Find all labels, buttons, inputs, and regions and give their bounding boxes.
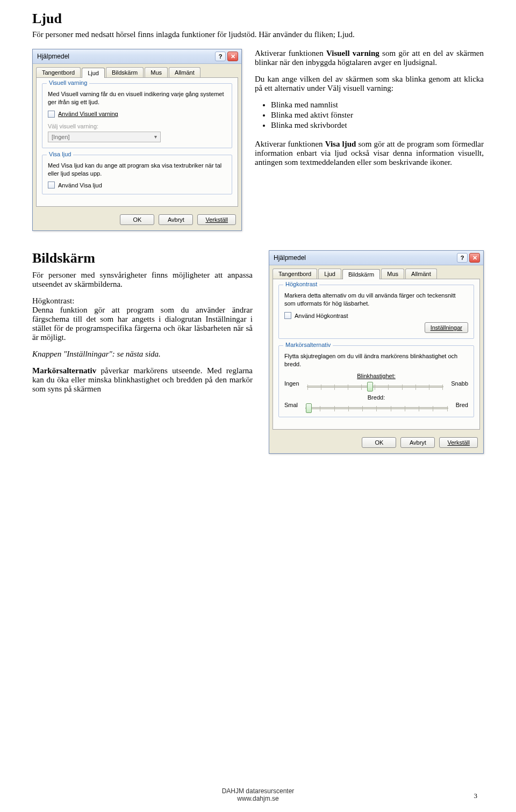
select-label: Välj visuell varning:: [48, 123, 226, 129]
group-visa-ljud: Visa ljud Med Visa ljud kan du ange att …: [42, 155, 232, 195]
tab-ljud[interactable]: Ljud: [318, 269, 341, 279]
slider-label: Blinkhastighet:: [357, 373, 396, 379]
checkbox-visa-ljud[interactable]: Använd Visa ljud: [48, 182, 226, 189]
group-markorsalternativ: Markörsalternativ Flytta skjutreglagen o…: [278, 345, 474, 417]
ok-button[interactable]: OK: [362, 437, 396, 448]
bullet-list: Blinka med namnlist Blinka med aktivt fö…: [271, 100, 484, 130]
para-bild-intro: För personer med synsvårigheter finns mö…: [32, 271, 253, 289]
cancel-button[interactable]: Avbryt: [159, 214, 193, 225]
titlebar[interactable]: Hjälpmedel ? ✕: [33, 49, 241, 64]
tab-tangentbord[interactable]: Tangentbord: [273, 269, 317, 279]
tab-bildskarm[interactable]: Bildskärm: [342, 269, 380, 279]
heading-bildskarm: Bildskärm: [32, 250, 253, 266]
checkbox-label: Använd Högkontrast: [295, 313, 348, 319]
settings-button[interactable]: Inställningar: [425, 322, 468, 333]
checkbox-icon[interactable]: [48, 111, 55, 118]
slider-max-label: Bred: [456, 402, 468, 411]
para-installningar-note: Knappen "Inställningar": se nästa sida.: [32, 350, 253, 359]
checkbox-icon[interactable]: [48, 182, 55, 189]
footer-line2: www.dahjm.se: [0, 795, 516, 802]
select-value: [Ingen]: [52, 134, 70, 140]
group-legend: Visuell varning: [47, 79, 89, 86]
para-hogkontrast: Högkontrast: Denna funktion gör att prog…: [32, 296, 253, 342]
list-item: Blinka med namnlist: [271, 100, 484, 110]
slider-label: Bredd:: [368, 394, 385, 401]
footer-line1: DAHJM dataresurscenter: [0, 787, 516, 795]
group-desc: Med Visuell varning får du en visuell in…: [48, 90, 226, 106]
slider-blinkhastighet: Blinkhastighet: Ingen Snabb: [284, 373, 468, 390]
para-visuell-varning: Aktiverar funktionen Visuell varning som…: [255, 49, 484, 67]
group-desc: Med Visa ljud kan du ange att program sk…: [48, 162, 226, 178]
help-icon[interactable]: ?: [457, 253, 468, 263]
window-title: Hjälpmedel: [274, 254, 306, 262]
para-valj-visuell: Du kan ange vilken del av skärmen som sk…: [255, 75, 484, 93]
group-hogkontrast: Högkontrast Markera detta alternativ om …: [278, 285, 474, 339]
cancel-button[interactable]: Avbryt: [400, 437, 435, 448]
tab-mus[interactable]: Mus: [145, 67, 168, 77]
intro-text-ljud: För personer med nedsatt hörsel finns in…: [32, 30, 484, 39]
chevron-down-icon: ▾: [154, 134, 157, 140]
group-desc: Flytta skjutreglagen om du vill ändra ma…: [284, 352, 468, 368]
tab-mus[interactable]: Mus: [381, 269, 404, 279]
group-desc: Markera detta alternativ om du vill anvä…: [284, 292, 468, 308]
dialog-hjalpmedel-ljud: Hjälpmedel ? ✕ Tangentbord Ljud Bildskär…: [32, 49, 242, 231]
group-visuell-varning: Visuell varning Med Visuell varning får …: [42, 83, 232, 148]
footer: DAHJM dataresurscenter www.dahjm.se: [0, 787, 516, 802]
list-item: Blinka med skrivbordet: [271, 121, 484, 130]
tab-bildskarm[interactable]: Bildskärm: [106, 67, 144, 77]
slider-bredd: Bredd: Smal Bred: [284, 394, 468, 411]
checkbox-visuell-varning[interactable]: Använd Visuell varning: [48, 111, 226, 118]
heading-ljud: Ljud: [32, 11, 484, 27]
page-number: 3: [474, 792, 478, 800]
tab-tangentbord[interactable]: Tangentbord: [36, 67, 81, 77]
para-visa-ljud: Aktiverar funktionen Visa ljud som gör a…: [255, 140, 484, 167]
help-icon[interactable]: ?: [215, 52, 226, 61]
tab-allmant[interactable]: Allmänt: [169, 67, 200, 77]
group-legend: Visa ljud: [47, 151, 73, 157]
checkbox-label: Använd Visuell varning: [58, 111, 118, 117]
slider-min-label: Ingen: [284, 380, 299, 390]
slider-min-label: Smal: [284, 402, 298, 411]
para-markorsalternativ: Markörsalternativ påverkar markörens uts…: [32, 366, 253, 394]
close-icon[interactable]: ✕: [227, 52, 238, 61]
apply-button[interactable]: Verkställ: [197, 214, 236, 225]
tabs-row: Tangentbord Ljud Bildskärm Mus Allmänt: [33, 64, 241, 77]
slider-track[interactable]: [307, 386, 444, 388]
ok-button[interactable]: OK: [120, 214, 154, 225]
slider-max-label: Snabb: [451, 380, 468, 390]
dialog-hjalpmedel-bildskarm: Hjälpmedel ? ✕ Tangentbord Ljud Bildskär…: [269, 250, 484, 453]
tab-allmant[interactable]: Allmänt: [405, 269, 437, 279]
tab-ljud[interactable]: Ljud: [82, 68, 105, 78]
checkbox-hogkontrast[interactable]: Använd Högkontrast: [284, 312, 468, 319]
titlebar[interactable]: Hjälpmedel ? ✕: [269, 251, 483, 265]
slider-thumb[interactable]: [306, 403, 312, 413]
tabs-row: Tangentbord Ljud Bildskärm Mus Allmänt: [269, 265, 483, 279]
checkbox-label: Använd Visa ljud: [58, 182, 102, 189]
slider-track[interactable]: [305, 407, 448, 409]
list-item: Blinka med aktivt fönster: [271, 111, 484, 120]
group-legend: Högkontrast: [283, 281, 319, 287]
close-icon[interactable]: ✕: [469, 253, 480, 263]
slider-thumb[interactable]: [367, 382, 373, 392]
group-legend: Markörsalternativ: [283, 342, 333, 348]
select-visuell-varning[interactable]: [Ingen] ▾: [48, 132, 161, 142]
checkbox-icon[interactable]: [284, 312, 291, 319]
apply-button[interactable]: Verkställ: [439, 437, 478, 448]
window-title: Hjälpmedel: [37, 53, 69, 60]
